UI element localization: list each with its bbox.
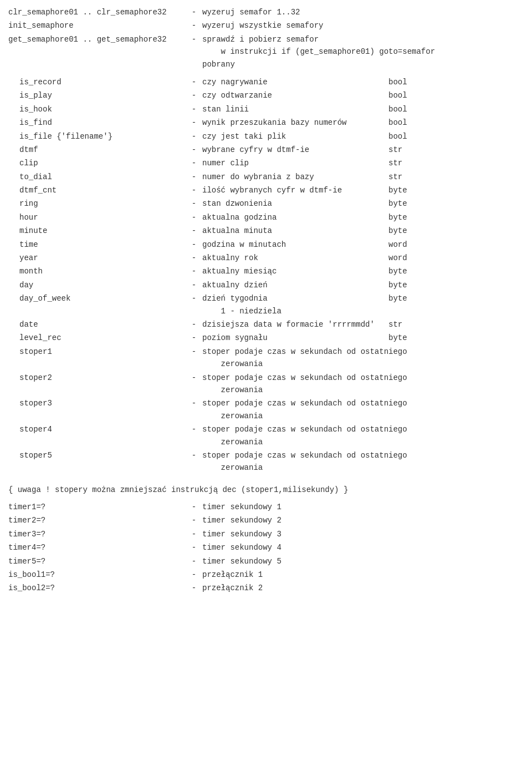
variable-name: stoper3 (8, 397, 186, 423)
dash: - (186, 224, 202, 237)
timer-name: is_bool1=? (8, 568, 186, 581)
dash: - (186, 397, 202, 423)
variable-desc: stan linii bool (202, 103, 524, 116)
timer-name: timer3=? (8, 528, 186, 541)
variable-name: is_hook (8, 103, 186, 116)
variable-desc: aktualny miesiąc byte (202, 265, 524, 278)
timer-desc: timer sekundowy 4 (202, 541, 524, 554)
variable-desc: czy odtwarzanie bool (202, 89, 524, 102)
variable-desc: czy jest taki plik bool (202, 130, 524, 143)
variable-desc: czy nagrywanie bool (202, 75, 524, 89)
dash: - (186, 33, 202, 71)
dash: - (186, 6, 202, 19)
variable-row: stoper3-stoper podaje czas w sekundach o… (8, 397, 524, 423)
variable-name: stoper5 (8, 449, 186, 475)
header-row: clr_semaphore01 .. clr_semaphore32-wyzer… (8, 6, 524, 19)
variable-row: clip-numer clip str (8, 156, 524, 170)
header-right: wyzeruj wszystkie semafory (202, 19, 524, 32)
variable-name: time (8, 238, 186, 251)
variable-row: dtmf-wybrane cyfry w dtmf-ie str (8, 143, 524, 156)
variable-desc: aktualny rok word (202, 251, 524, 265)
variable-row: ring-stan dzwonienia byte (8, 197, 524, 210)
variable-name: is_record (8, 75, 186, 89)
timer-row: timer3=?-timer sekundowy 3 (8, 528, 524, 541)
variable-desc: stoper podaje czas w sekundach od ostatn… (202, 423, 524, 449)
variable-row: stoper5-stoper podaje czas w sekundach o… (8, 449, 524, 475)
note-row: { uwaga ! stopery można zmniejszać instr… (8, 479, 524, 500)
variable-row: is_record-czy nagrywanie bool (8, 75, 524, 89)
variable-row: day-aktualny dzień byte (8, 278, 524, 292)
timer-desc: timer sekundowy 5 (202, 555, 524, 568)
variable-desc: poziom sygnału byte (202, 331, 524, 344)
variable-desc: stoper podaje czas w sekundach od ostatn… (202, 397, 524, 423)
variable-row: minute-aktualna minuta byte (8, 224, 524, 237)
header-left: get_semaphore01 .. get_semaphore32 (8, 33, 186, 71)
variable-row: hour-aktualna godzina byte (8, 211, 524, 224)
variable-name: day_of_week (8, 292, 186, 318)
dash: - (186, 423, 202, 449)
dash: - (186, 292, 202, 318)
timer-row: timer1=?-timer sekundowy 1 (8, 500, 524, 514)
dash: - (186, 19, 202, 32)
dash: - (186, 541, 202, 554)
dash: - (186, 331, 202, 344)
note-text: { uwaga ! stopery można zmniejszać instr… (8, 479, 524, 500)
variable-row: is_hook-stan linii bool (8, 103, 524, 116)
timer-name: timer5=? (8, 555, 186, 568)
variable-desc: wynik przeszukania bazy numerów bool (202, 116, 524, 129)
variable-desc: aktualna godzina byte (202, 211, 524, 224)
variable-row: stoper1-stoper podaje czas w sekundach o… (8, 345, 524, 371)
variable-row: is_find-wynik przeszukania bazy numerów … (8, 116, 524, 129)
timer-name: timer1=? (8, 500, 186, 514)
variable-name: minute (8, 224, 186, 237)
variable-desc: numer do wybrania z bazy str (202, 170, 524, 184)
dash: - (186, 265, 202, 278)
variable-row: day_of_week-dzień tygodnia byte 1 - nied… (8, 292, 524, 318)
variable-row: year-aktualny rok word (8, 251, 524, 265)
variable-desc: dzisiejsza data w formacie 'rrrrmmdd' st… (202, 318, 524, 331)
variable-name: day (8, 278, 186, 292)
header-right: sprawdź i pobierz semafor w instrukcji i… (202, 33, 524, 71)
variable-name: stoper4 (8, 423, 186, 449)
timer-row: is_bool1=?-przełącznik 1 (8, 568, 524, 581)
variable-name: is_find (8, 116, 186, 129)
variable-row: date-dzisiejsza data w formacie 'rrrrmmd… (8, 318, 524, 331)
variable-name: is_play (8, 89, 186, 102)
variable-name: dtmf (8, 143, 186, 156)
variable-row: time-godzina w minutach word (8, 238, 524, 251)
dash: - (186, 528, 202, 541)
timer-desc: timer sekundowy 1 (202, 500, 524, 514)
timer-name: timer2=? (8, 514, 186, 527)
header-right: wyzeruj semafor 1..32 (202, 6, 524, 19)
dash: - (186, 568, 202, 581)
variable-desc: aktualna minuta byte (202, 224, 524, 237)
timer-row: timer2=?-timer sekundowy 2 (8, 514, 524, 527)
variable-desc: ilość wybranych cyfr w dtmf-ie byte (202, 184, 524, 197)
dash: - (186, 251, 202, 265)
dash: - (186, 371, 202, 397)
variable-row: stoper4-stoper podaje czas w sekundach o… (8, 423, 524, 449)
variable-name: date (8, 318, 186, 331)
variable-name: stoper1 (8, 345, 186, 371)
variable-row: to_dial-numer do wybrania z bazy str (8, 170, 524, 184)
variable-name: hour (8, 211, 186, 224)
variable-row: stoper2-stoper podaje czas w sekundach o… (8, 371, 524, 397)
timer-desc: timer sekundowy 2 (202, 514, 524, 527)
dash: - (186, 184, 202, 197)
variable-desc: stoper podaje czas w sekundach od ostatn… (202, 449, 524, 475)
dash: - (186, 75, 202, 89)
variable-desc: stan dzwonienia byte (202, 197, 524, 210)
variable-desc: numer clip str (202, 156, 524, 170)
variable-desc: stoper podaje czas w sekundach od ostatn… (202, 345, 524, 371)
variable-name: level_rec (8, 331, 186, 344)
variable-row: dtmf_cnt-ilość wybranych cyfr w dtmf-ie … (8, 184, 524, 197)
variable-desc: godzina w minutach word (202, 238, 524, 251)
variable-row: month-aktualny miesiąc byte (8, 265, 524, 278)
dash: - (186, 514, 202, 527)
variable-name: to_dial (8, 170, 186, 184)
variable-name: ring (8, 197, 186, 210)
variable-row: level_rec-poziom sygnału byte (8, 331, 524, 344)
variable-name: is_file {'filename'} (8, 130, 186, 143)
dash: - (186, 500, 202, 514)
dash: - (186, 318, 202, 331)
